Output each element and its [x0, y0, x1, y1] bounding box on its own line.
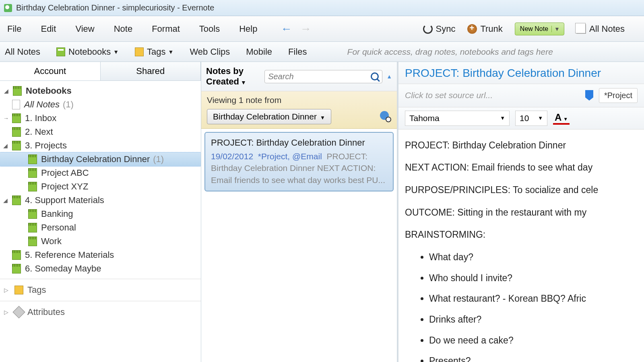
- menu-file[interactable]: File: [7, 24, 21, 34]
- notebook-icon: [56, 47, 65, 56]
- main-area: Account Shared ◢Notebooks All Notes(1) →…: [0, 62, 644, 362]
- tree-notebooks-root[interactable]: ◢Notebooks: [0, 84, 201, 98]
- nav-arrows: ← →: [277, 23, 315, 35]
- menu-edit[interactable]: Edit: [41, 24, 56, 34]
- fav-notebooks[interactable]: Notebooks▼: [56, 47, 119, 57]
- new-note-button[interactable]: New Note▼: [515, 23, 564, 35]
- tree-all-notes[interactable]: All Notes(1): [0, 98, 201, 111]
- tree-banking[interactable]: Banking: [0, 207, 201, 221]
- font-color-button[interactable]: A▼: [553, 112, 570, 125]
- note-card-preview: Email friends to see what day works best…: [211, 174, 387, 186]
- favorites-hint: For quick access, drag notes, notebooks …: [347, 47, 553, 57]
- collapse-icon[interactable]: ▲: [386, 73, 392, 80]
- chevron-down-icon[interactable]: ▼: [551, 26, 560, 32]
- chevron-down-icon: ▼: [113, 49, 119, 55]
- tree-someday-maybe[interactable]: 6. Someday Maybe: [0, 262, 201, 276]
- tree-next[interactable]: 2. Next: [0, 125, 201, 139]
- tag-icon: [135, 47, 144, 56]
- list-item: Presents?: [429, 352, 638, 362]
- tag-field[interactable]: *Project: [599, 88, 638, 103]
- tree-birthday-celebration[interactable]: Birthday Celebration Dinner(1): [0, 152, 201, 166]
- menu-tools[interactable]: Tools: [199, 24, 220, 34]
- note-list-header: Notes by Created▼ ▲: [201, 62, 397, 91]
- search-box[interactable]: [264, 70, 382, 83]
- trunk-button[interactable]: Trunk: [467, 24, 502, 34]
- tree-attributes-section[interactable]: ▷Attributes: [0, 304, 201, 320]
- allnotes-icon: [576, 24, 586, 34]
- notebook-icon: [13, 86, 22, 96]
- fav-all-notes[interactable]: All Notes: [5, 47, 40, 57]
- tree-support-materials[interactable]: ◢4. Support Materials: [0, 193, 201, 207]
- search-input[interactable]: [268, 72, 371, 81]
- fav-mobile[interactable]: Mobile: [246, 47, 272, 57]
- tree-reference-materials[interactable]: 5. Reference Materials: [0, 248, 201, 262]
- tab-shared[interactable]: Shared: [101, 62, 201, 80]
- search-icon[interactable]: [371, 72, 379, 80]
- filter-notebook-dropdown[interactable]: Birthday Celebration Dinner▼: [207, 109, 331, 124]
- notebook-icon: [12, 264, 21, 274]
- menu-help[interactable]: Help: [239, 24, 257, 34]
- tree-inbox[interactable]: →1. Inbox: [0, 111, 201, 125]
- notebook-icon: [12, 250, 21, 260]
- notebook-tree: ◢Notebooks All Notes(1) →1. Inbox 2. Nex…: [0, 81, 201, 362]
- fav-tags[interactable]: Tags▼: [135, 47, 173, 57]
- fav-web-clips[interactable]: Web Clips: [190, 47, 230, 57]
- all-notes-button[interactable]: All Notes: [576, 24, 625, 34]
- chevron-down-icon: ▼: [320, 115, 325, 121]
- format-toolbar: Tahoma▼ 10▼ A▼: [398, 107, 644, 130]
- sort-dropdown[interactable]: Notes by Created▼: [206, 66, 256, 87]
- tab-account[interactable]: Account: [0, 62, 101, 80]
- collapse-icon[interactable]: ◢: [3, 142, 10, 149]
- note-card[interactable]: PROJECT: Birthday Celebration Dinner 19/…: [204, 132, 394, 191]
- evernote-icon: [4, 4, 12, 12]
- menu-format[interactable]: Format: [152, 24, 180, 34]
- chevron-down-icon: ▼: [241, 79, 246, 86]
- tree-personal[interactable]: Personal: [0, 221, 201, 234]
- menu-note[interactable]: Note: [114, 24, 132, 34]
- body-line: PROJECT: Birthday Celebration Dinner: [405, 137, 638, 154]
- sidebar: Account Shared ◢Notebooks All Notes(1) →…: [0, 62, 201, 362]
- notebook-icon: [28, 182, 37, 191]
- search-web-icon[interactable]: [380, 111, 391, 122]
- nav-forward-icon[interactable]: →: [300, 23, 311, 35]
- body-line: PURPOSE/PRINCIPLES: To socialize and cel…: [405, 181, 638, 199]
- favorites-bar: All Notes Notebooks▼ Tags▼ Web Clips Mob…: [0, 42, 644, 62]
- notebook-icon: [12, 127, 21, 137]
- list-item: What restaurant? - Korean BBQ? Afric: [429, 290, 638, 308]
- expand-icon[interactable]: ▷: [4, 309, 10, 315]
- note-body[interactable]: PROJECT: Birthday Celebration Dinner NEX…: [398, 130, 644, 362]
- chevron-down-icon: ▼: [538, 115, 543, 121]
- tree-work[interactable]: Work: [0, 234, 201, 248]
- tree-project-abc[interactable]: Project ABC: [0, 166, 201, 180]
- source-url-field[interactable]: Click to set source url...: [405, 90, 580, 100]
- menu-view[interactable]: View: [75, 24, 94, 34]
- font-size-select[interactable]: 10▼: [515, 111, 547, 126]
- collapse-icon[interactable]: ◢: [3, 197, 10, 204]
- tree-tags-section[interactable]: ▷Tags: [0, 282, 201, 298]
- tree-project-xyz[interactable]: Project XYZ: [0, 180, 201, 193]
- notebook-icon: [28, 223, 37, 232]
- notebook-icon: [12, 195, 21, 205]
- tree-projects[interactable]: ◢3. Projects: [0, 139, 201, 152]
- font-family-select[interactable]: Tahoma▼: [405, 111, 510, 126]
- list-item: Do we need a cake?: [429, 332, 638, 350]
- note-title[interactable]: PROJECT: Birthday Celebration Dinner: [398, 62, 644, 84]
- chevron-down-icon: ▼: [168, 49, 174, 55]
- attributes-icon: [12, 306, 25, 318]
- body-line: BRAINSTORMING:: [405, 226, 638, 244]
- list-item: What day?: [429, 249, 638, 266]
- notebook-icon: [28, 209, 37, 219]
- sync-button[interactable]: Sync: [423, 24, 456, 34]
- collapse-icon[interactable]: ◢: [4, 88, 10, 94]
- tag-icon: [14, 286, 23, 294]
- expand-icon[interactable]: →: [3, 115, 10, 121]
- list-item: Who should I invite?: [429, 269, 638, 287]
- expand-icon[interactable]: ▷: [4, 287, 10, 293]
- sidebar-tabs: Account Shared: [0, 62, 201, 81]
- nav-back-icon[interactable]: ←: [281, 23, 292, 35]
- notebook-icon: [12, 113, 21, 123]
- sync-icon: [423, 24, 433, 34]
- title-bar: Birthday Celebration Dinner - simplecuri…: [0, 0, 644, 16]
- fav-files[interactable]: Files: [288, 47, 307, 57]
- filter-banner: Viewing 1 note from Birthday Celebration…: [201, 91, 397, 129]
